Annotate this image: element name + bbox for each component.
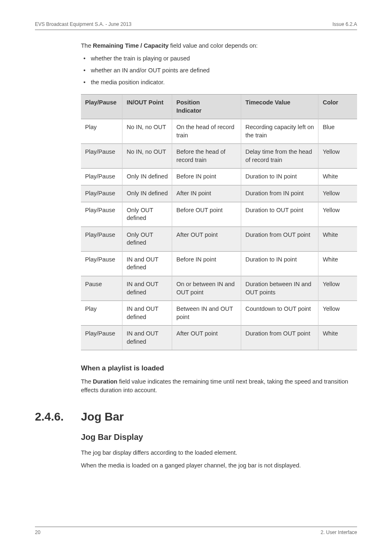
footer-rule	[35, 527, 357, 527]
section-p1: The jog bar display differs according to…	[81, 449, 357, 457]
header-right: Issue 6.2.A	[332, 21, 357, 27]
table-row: Play/Pause Only IN defined Before IN poi…	[81, 169, 357, 185]
th-timecode: Timecode Value	[241, 95, 318, 119]
cell: Only IN defined	[122, 169, 172, 185]
cell: Duration from IN point	[241, 185, 318, 202]
intro-after: field value and color depends on:	[168, 42, 258, 49]
cell: Play/Pause	[81, 227, 122, 251]
section-p2: When the media is loaded on a ganged pla…	[81, 461, 357, 470]
cell: Play/Pause	[81, 169, 122, 185]
cell: Duration between IN and OUT points	[241, 276, 318, 301]
th-play-pause: Play/Pause	[81, 95, 122, 119]
table-row: Play/Pause IN and OUT defined After OUT …	[81, 326, 357, 350]
cell: Blue	[318, 119, 357, 144]
cell: IN and OUT defined	[122, 326, 172, 350]
section-number: 2.4.6.	[35, 410, 81, 423]
cell: IN and OUT defined	[122, 276, 172, 301]
cell: White	[318, 227, 357, 251]
cell: IN and OUT defined	[122, 301, 172, 326]
section-ref: 2. User Interface	[321, 530, 357, 535]
header-rule	[35, 30, 357, 30]
cell: Play/Pause	[81, 251, 122, 276]
bullet-item: whether an IN and/or OUT points are defi…	[81, 66, 357, 75]
th-inout: IN/OUT Point	[122, 95, 172, 119]
bullet-item: whether the train is playing or paused	[81, 54, 357, 63]
cell: White	[318, 251, 357, 276]
cell: On the head of record train	[172, 119, 241, 144]
table-row: Play/Pause No IN, no OUT Before the head…	[81, 144, 357, 169]
cell: Yellow	[318, 202, 357, 227]
cell: After OUT point	[172, 227, 241, 251]
bullet-item: the media position indicator.	[81, 78, 357, 87]
section-title: Jog Bar	[81, 410, 124, 423]
cell: Yellow	[318, 144, 357, 169]
header-left: EVS Broadcast Equipment S.A. - June 2013	[35, 21, 131, 27]
subsection-heading: Jog Bar Display	[81, 432, 357, 442]
playlist-bold: Duration	[93, 378, 118, 385]
cell: Countdown to OUT point	[241, 301, 318, 326]
cell: Play/Pause	[81, 144, 122, 169]
timecode-table: Play/Pause IN/OUT Point Position Indicat…	[81, 94, 357, 350]
cell: IN and OUT defined	[122, 251, 172, 276]
table-row: Play No IN, no OUT On the head of record…	[81, 119, 357, 144]
cell: Before the head of record train	[172, 144, 241, 169]
playlist-heading: When a playlist is loaded	[81, 364, 357, 372]
table-row: Play/Pause IN and OUT defined Before IN …	[81, 251, 357, 276]
playlist-paragraph: The Duration field value indicates the r…	[81, 377, 357, 395]
cell: Recording capacity left on the train	[241, 119, 318, 144]
intro-bullets: whether the train is playing or paused w…	[81, 54, 357, 87]
cell: Yellow	[318, 301, 357, 326]
playlist-after: field value indicates the remaining time…	[81, 378, 348, 393]
cell: Play/Pause	[81, 202, 122, 227]
section-heading: 2.4.6. Jog Bar	[35, 410, 357, 423]
cell: Play	[81, 119, 122, 144]
table-row: Play/Pause Only IN defined After IN poin…	[81, 185, 357, 202]
cell: Play/Pause	[81, 326, 122, 350]
cell: Duration to IN point	[241, 169, 318, 185]
playlist-pre: The	[81, 378, 93, 385]
cell: No IN, no OUT	[122, 144, 172, 169]
cell: Yellow	[318, 276, 357, 301]
intro-line: The Remaining Time / Capacity field valu…	[81, 42, 357, 50]
cell: White	[318, 169, 357, 185]
cell: Before OUT point	[172, 202, 241, 227]
cell: Between IN and OUT point	[172, 301, 241, 326]
page-number: 20	[35, 530, 40, 535]
cell: Only OUT defined	[122, 227, 172, 251]
th-pos-l1: Position	[176, 99, 200, 106]
cell: After IN point	[172, 185, 241, 202]
cell: On or between IN and OUT point	[172, 276, 241, 301]
th-color: Color	[318, 95, 357, 119]
cell: Before IN point	[172, 251, 241, 276]
cell: Duration from OUT point	[241, 326, 318, 350]
cell: Duration to IN point	[241, 251, 318, 276]
cell: Duration from OUT point	[241, 227, 318, 251]
cell: After OUT point	[172, 326, 241, 350]
table-row: Play IN and OUT defined Between IN and O…	[81, 301, 357, 326]
cell: Pause	[81, 276, 122, 301]
intro-bold: Remaining Time / Capacity	[93, 42, 168, 49]
table-header-row: Play/Pause IN/OUT Point Position Indicat…	[81, 95, 357, 119]
cell: Play	[81, 301, 122, 326]
cell: Play/Pause	[81, 185, 122, 202]
cell: No IN, no OUT	[122, 119, 172, 144]
th-pos-l2: Indicator	[176, 107, 201, 114]
cell: Only OUT defined	[122, 202, 172, 227]
table-row: Play/Pause Only OUT defined After OUT po…	[81, 227, 357, 251]
cell: Delay time from the head of record train	[241, 144, 318, 169]
cell: Before IN point	[172, 169, 241, 185]
th-position: Position Indicator	[172, 95, 241, 119]
cell: Duration to OUT point	[241, 202, 318, 227]
table-row: Pause IN and OUT defined On or between I…	[81, 276, 357, 301]
intro-pre: The	[81, 42, 93, 49]
cell: Only IN defined	[122, 185, 172, 202]
table-row: Play/Pause Only OUT defined Before OUT p…	[81, 202, 357, 227]
cell: Yellow	[318, 185, 357, 202]
cell: White	[318, 326, 357, 350]
